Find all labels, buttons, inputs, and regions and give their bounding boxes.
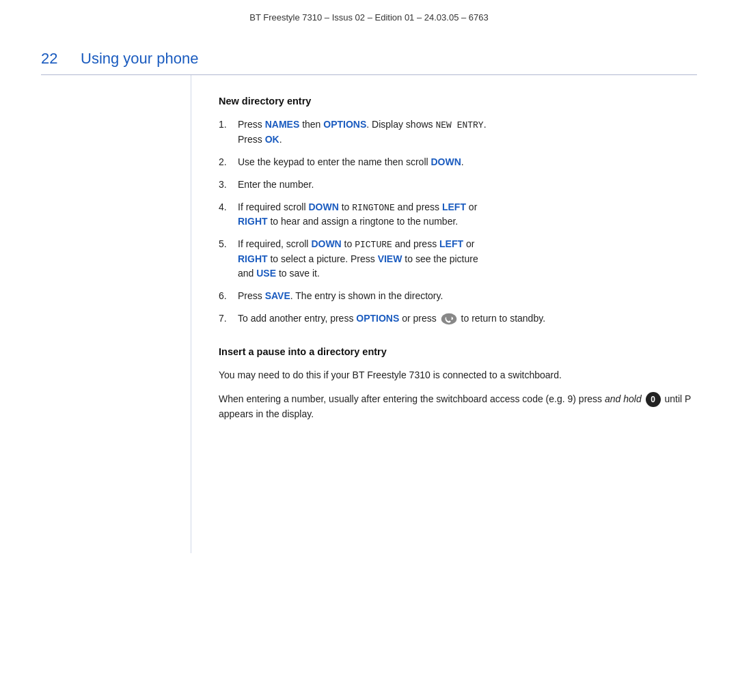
zero-key-circle: 0: [646, 392, 661, 407]
content-layout: New directory entry 1. Press NAMES then …: [0, 75, 738, 553]
key-down-3: DOWN: [311, 238, 341, 249]
step-content: If required scroll DOWN to RINGTONE and …: [238, 200, 697, 229]
insert-pause-paragraph2: When entering a number, usually after en…: [219, 392, 697, 422]
list-item: 4. If required scroll DOWN to RINGTONE a…: [219, 200, 697, 229]
step-number: 6.: [219, 289, 238, 303]
key-left-2: LEFT: [439, 238, 463, 249]
key-save: SAVE: [265, 290, 290, 301]
page-number: 22: [41, 50, 68, 68]
key-ok: OK: [265, 134, 279, 145]
step-number: 7.: [219, 311, 238, 326]
insert-pause-section: Insert a pause into a directory entry Yo…: [219, 346, 697, 423]
step-number: 3.: [219, 178, 238, 192]
display-ringtone: RINGTONE: [352, 203, 394, 213]
list-item: 7. To add another entry, press OPTIONS o…: [219, 311, 697, 326]
step-content: If required, scroll DOWN to PICTURE and …: [238, 237, 697, 281]
key-left: LEFT: [442, 201, 466, 212]
insert-pause-paragraph1: You may need to do this if your BT Frees…: [219, 368, 697, 383]
and-hold-text: and hold: [605, 393, 642, 404]
phone-icon: [441, 313, 457, 325]
display-picture: PICTURE: [355, 240, 392, 250]
page-header: BT Freestyle 7310 – Issus 02 – Edition 0…: [0, 0, 738, 29]
step-number: 5.: [219, 237, 238, 281]
step-content: To add another entry, press OPTIONS or p…: [238, 311, 697, 326]
step-content: Press SAVE. The entry is shown in the di…: [238, 289, 697, 303]
key-down: DOWN: [431, 156, 461, 167]
key-right: RIGHT: [238, 216, 268, 227]
step-number: 1.: [219, 117, 238, 147]
step-content: Press NAMES then OPTIONS. Display shows …: [238, 117, 697, 147]
key-down-2: DOWN: [308, 201, 338, 212]
list-item: 2. Use the keypad to enter the name then…: [219, 155, 697, 169]
header-text: BT Freestyle 7310 – Issus 02 – Edition 0…: [249, 12, 489, 23]
list-item: 5. If required, scroll DOWN to PICTURE a…: [219, 237, 697, 281]
steps-list: 1. Press NAMES then OPTIONS. Display sho…: [219, 117, 697, 326]
step-content: Enter the number.: [238, 178, 697, 192]
key-view: VIEW: [378, 253, 402, 264]
left-column: [41, 75, 191, 553]
step-number: 2.: [219, 155, 238, 169]
step-number: 4.: [219, 200, 238, 229]
key-right-2: RIGHT: [238, 253, 268, 264]
key-use: USE: [256, 268, 276, 279]
right-column: New directory entry 1. Press NAMES then …: [191, 75, 697, 553]
list-item: 6. Press SAVE. The entry is shown in the…: [219, 289, 697, 303]
svg-point-0: [441, 313, 456, 325]
section-title: Using your phone: [81, 50, 198, 68]
key-options-2: OPTIONS: [356, 313, 399, 324]
list-item: 3. Enter the number.: [219, 178, 697, 192]
page-container: BT Freestyle 7310 – Issus 02 – Edition 0…: [0, 0, 738, 700]
list-item: 1. Press NAMES then OPTIONS. Display sho…: [219, 117, 697, 147]
step-content: Use the keypad to enter the name then sc…: [238, 155, 697, 169]
key-names: NAMES: [265, 119, 300, 130]
key-options: OPTIONS: [323, 119, 366, 130]
display-text: NEW ENTRY: [435, 120, 483, 130]
new-directory-entry-heading: New directory entry: [219, 96, 697, 107]
section-header: 22 Using your phone: [0, 29, 738, 68]
insert-pause-heading: Insert a pause into a directory entry: [219, 346, 697, 357]
